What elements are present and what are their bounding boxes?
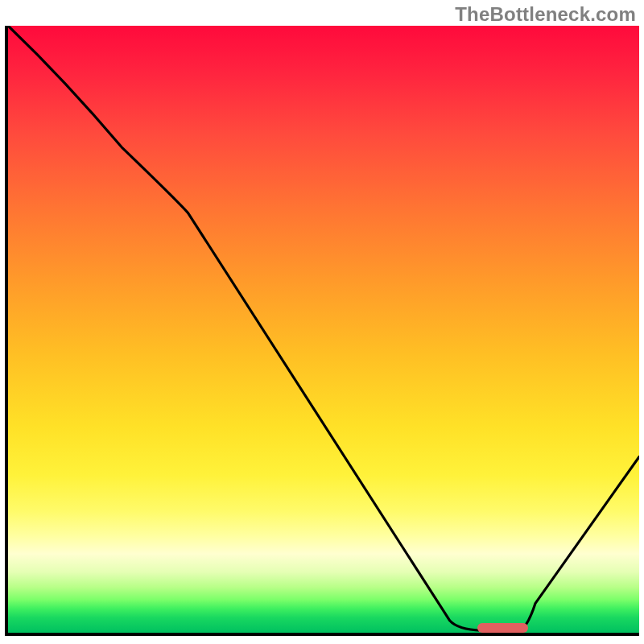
optimal-range-marker [477,623,528,633]
bottleneck-curve [8,26,639,633]
watermark-text: TheBottleneck.com [455,3,636,26]
plot-area [5,26,639,636]
chart-container: TheBottleneck.com [0,0,644,644]
